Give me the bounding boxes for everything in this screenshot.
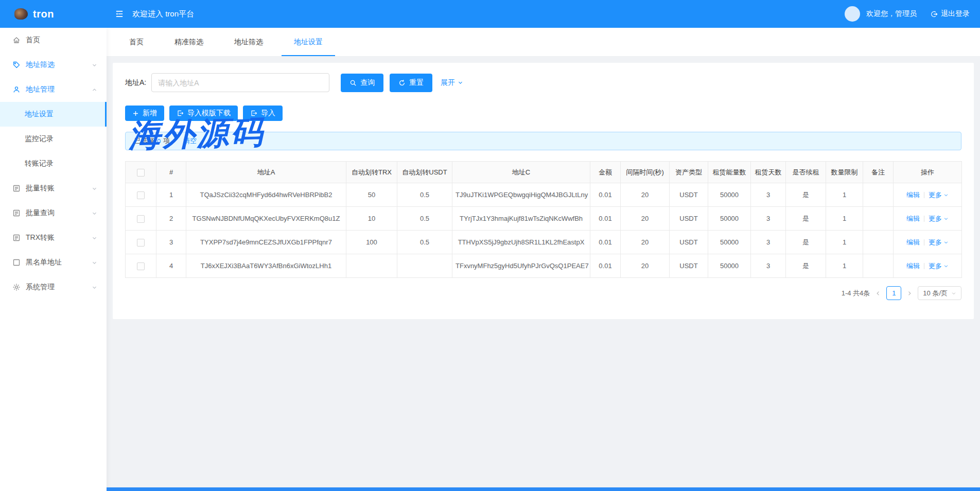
sidebar-subitem-label: 转账记录 (25, 159, 54, 168)
pagination-total: 1-4 共4条 (842, 289, 870, 298)
row-checkbox[interactable] (137, 191, 145, 199)
user-greeting: 欢迎您，管理员 (866, 9, 917, 19)
edit-link[interactable]: 编辑 (906, 238, 920, 246)
sidebar: 首页 地址筛选 地址管理 地址设置 监控记录 转账 (0, 28, 107, 491)
edit-link[interactable]: 编辑 (906, 191, 920, 199)
sidebar-item-batch-transfer[interactable]: 批量转账 (0, 176, 107, 201)
sidebar-subitem-address-settings[interactable]: 地址设置 (0, 102, 107, 127)
select-all-checkbox[interactable] (137, 169, 145, 177)
logo: tron (0, 8, 107, 20)
more-link[interactable]: 更多 (929, 214, 949, 223)
page-size-value: 10 条/页 (923, 289, 948, 298)
filter-row: 地址A: 查询 重置 展开 (125, 73, 961, 92)
col-interval: 间隔时间(秒) (621, 162, 670, 183)
clear-selection-link[interactable]: 清空 (183, 136, 197, 146)
gear-icon (12, 283, 21, 291)
content-card: 地址A: 查询 重置 展开 (113, 63, 974, 319)
sidebar-subitem-monitor-records[interactable]: 监控记录 (0, 127, 107, 151)
tab-home[interactable]: 首页 (117, 28, 156, 56)
tab-precise-filter[interactable]: 精准筛选 (162, 28, 216, 56)
sidebar-item-home[interactable]: 首页 (0, 28, 107, 52)
chevron-down-icon (92, 186, 97, 191)
col-remark: 备注 (863, 162, 894, 183)
chevron-down-icon (458, 80, 463, 85)
form-icon (12, 184, 21, 192)
col-index: # (156, 162, 186, 183)
row-checkbox[interactable] (137, 215, 145, 223)
cell-address-c: TYrjTJx1Y3hmajKujf81wTsZiqNKcWwfBh (452, 207, 590, 231)
user-icon (12, 85, 21, 94)
square-icon (12, 258, 21, 267)
menu-fold-icon[interactable] (115, 9, 124, 19)
template-download-button[interactable]: 导入模版下载 (169, 106, 238, 121)
expand-label: 展开 (441, 78, 455, 87)
table-row: 1 TQaJSzCii32cqMHFyd6d4hwRVeHBRPibB2 50 … (126, 183, 962, 207)
page-welcome-title: 欢迎进入 tron平台 (132, 9, 194, 19)
selection-alert: 已选择 0 项 清空 (125, 132, 961, 150)
toolbar: 新增 导入模版下载 导入 (125, 106, 961, 121)
col-amount: 金额 (590, 162, 621, 183)
chevron-down-icon (92, 285, 97, 290)
sidebar-item-label: 地址筛选 (26, 60, 55, 69)
address-a-input[interactable] (151, 73, 329, 92)
table-row: 4 TJ6xXEJXi3BAaT6WY3AfBn6xGiWtozLHh1 TFx… (126, 254, 962, 278)
main-area: 首页 精准筛选 地址筛选 地址设置 地址A: 查询 (107, 28, 980, 491)
edit-link[interactable]: 编辑 (906, 262, 920, 270)
edit-link[interactable]: 编辑 (906, 215, 920, 222)
select-chevron-icon (951, 291, 956, 296)
table-row: 3 TYXPP7sd7j4e9mnCEZSJfUXGb1FPPfqnr7 100… (126, 231, 962, 254)
col-address-a: 地址A (186, 162, 346, 183)
pagination: 1-4 共4条 1 10 条/页 (125, 286, 961, 300)
chevron-up-icon (92, 87, 97, 93)
sidebar-item-trx-transfer[interactable]: TRX转账 (0, 225, 107, 250)
top-header: tron 欢迎进入 tron平台 欢迎您，管理员 退出登录 (0, 0, 980, 28)
page-number-button[interactable]: 1 (886, 286, 901, 300)
sidebar-item-system-manage[interactable]: 系统管理 (0, 275, 107, 300)
sidebar-item-address-filter[interactable]: 地址筛选 (0, 52, 107, 77)
chevron-down-icon (943, 264, 949, 269)
more-link[interactable]: 更多 (929, 238, 949, 247)
reset-icon (398, 79, 406, 86)
cell-address-a: TQaJSzCii32cqMHFyd6d4hwRVeHBRPibB2 (186, 183, 346, 207)
sidebar-item-label: 黑名单地址 (26, 258, 62, 267)
logout-button[interactable]: 退出登录 (930, 9, 970, 19)
col-limit: 数量限制 (826, 162, 863, 183)
add-button[interactable]: 新增 (125, 106, 164, 121)
col-renew: 是否续租 (786, 162, 826, 183)
tab-address-filter[interactable]: 地址筛选 (222, 28, 275, 56)
sidebar-item-label: 首页 (26, 36, 40, 45)
tab-address-settings[interactable]: 地址设置 (282, 28, 335, 56)
add-button-label: 新增 (143, 109, 157, 118)
cell-address-c: TJ9uJTKi1WPGEQbwgqiHigQM4JBGJLtLny (452, 183, 590, 207)
logout-label: 退出登录 (941, 9, 970, 19)
import-button-label: 导入 (261, 109, 275, 118)
reset-button[interactable]: 重置 (390, 74, 432, 92)
more-link[interactable]: 更多 (929, 190, 949, 200)
sidebar-item-batch-query[interactable]: 批量查询 (0, 201, 107, 225)
address-a-label: 地址A: (125, 78, 146, 87)
chevron-down-icon (943, 240, 949, 245)
row-checkbox[interactable] (137, 239, 145, 247)
col-asset-type: 资产类型 (670, 162, 708, 183)
col-auto-trx: 自动划转TRX (346, 162, 397, 183)
avatar (845, 6, 860, 22)
sidebar-subitem-transfer-records[interactable]: 转账记录 (0, 151, 107, 176)
sidebar-item-address-manage[interactable]: 地址管理 (0, 77, 107, 102)
prev-page-icon[interactable] (875, 290, 881, 296)
row-checkbox[interactable] (137, 262, 145, 270)
import-button[interactable]: 导入 (243, 106, 283, 121)
table-row: 2 TGSNwNJBDNfUMqQKXecUbyFVXERKmQ8u1Z 10 … (126, 207, 962, 231)
col-rent-energy: 租赁能量数 (708, 162, 751, 183)
sidebar-item-blacklist[interactable]: 黑名单地址 (0, 250, 107, 275)
chevron-down-icon (92, 62, 97, 68)
expand-link[interactable]: 展开 (441, 78, 463, 87)
next-page-icon[interactable] (906, 290, 913, 296)
page-size-select[interactable]: 10 条/页 (918, 286, 961, 300)
content: 地址A: 查询 重置 展开 (107, 57, 980, 491)
logo-text: tron (33, 8, 54, 20)
col-actions: 操作 (894, 162, 962, 183)
more-link[interactable]: 更多 (929, 261, 949, 271)
chevron-down-icon (92, 211, 97, 216)
sidebar-item-label: 批量查询 (26, 208, 55, 218)
search-button[interactable]: 查询 (341, 74, 383, 92)
